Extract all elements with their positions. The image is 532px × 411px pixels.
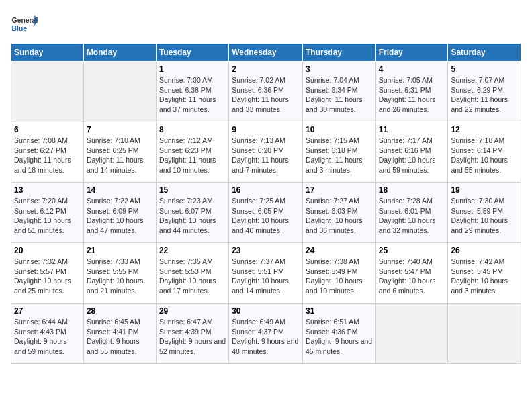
weekday-header-thursday: Thursday	[302, 44, 375, 62]
day-number: 30	[232, 306, 300, 316]
day-detail: Sunrise: 7:20 AM Sunset: 6:12 PM Dayligh…	[14, 196, 81, 236]
day-number: 28	[87, 306, 153, 316]
day-number: 2	[232, 64, 300, 74]
day-number: 16	[232, 185, 300, 195]
calendar-cell	[11, 62, 84, 122]
calendar-cell	[83, 62, 156, 122]
calendar-cell: 31Sunrise: 6:51 AM Sunset: 4:36 PM Dayli…	[302, 304, 375, 364]
calendar-cell	[375, 304, 448, 364]
calendar-cell: 14Sunrise: 7:22 AM Sunset: 6:09 PM Dayli…	[83, 183, 156, 243]
calendar-cell: 1Sunrise: 7:00 AM Sunset: 6:38 PM Daylig…	[156, 62, 228, 122]
day-number: 24	[306, 246, 373, 255]
calendar-cell: 25Sunrise: 7:40 AM Sunset: 5:47 PM Dayli…	[375, 243, 448, 304]
calendar-cell: 22Sunrise: 7:35 AM Sunset: 5:53 PM Dayli…	[156, 243, 228, 304]
day-detail: Sunrise: 7:23 AM Sunset: 6:07 PM Dayligh…	[159, 196, 226, 236]
day-detail: Sunrise: 6:47 AM Sunset: 4:39 PM Dayligh…	[159, 317, 226, 357]
calendar-cell: 20Sunrise: 7:32 AM Sunset: 5:57 PM Dayli…	[11, 243, 84, 304]
day-number: 31	[306, 306, 373, 316]
day-detail: Sunrise: 6:45 AM Sunset: 4:41 PM Dayligh…	[87, 317, 153, 357]
day-number: 6	[14, 125, 81, 134]
day-number: 4	[379, 64, 445, 74]
day-detail: Sunrise: 7:30 AM Sunset: 5:59 PM Dayligh…	[451, 196, 518, 236]
day-number: 25	[379, 246, 445, 255]
calendar-cell: 24Sunrise: 7:38 AM Sunset: 5:49 PM Dayli…	[302, 243, 375, 304]
day-detail: Sunrise: 7:40 AM Sunset: 5:47 PM Dayligh…	[379, 257, 445, 296]
calendar-cell: 19Sunrise: 7:30 AM Sunset: 5:59 PM Dayli…	[448, 183, 521, 243]
day-detail: Sunrise: 7:38 AM Sunset: 5:49 PM Dayligh…	[306, 257, 373, 296]
day-detail: Sunrise: 7:33 AM Sunset: 5:55 PM Dayligh…	[87, 257, 153, 296]
week-row-3: 13Sunrise: 7:20 AM Sunset: 6:12 PM Dayli…	[11, 183, 521, 243]
day-number: 10	[306, 125, 373, 134]
day-number: 29	[159, 306, 226, 316]
day-detail: Sunrise: 7:15 AM Sunset: 6:18 PM Dayligh…	[306, 136, 373, 175]
day-number: 19	[451, 185, 518, 195]
day-number: 14	[87, 185, 153, 195]
calendar-cell: 21Sunrise: 7:33 AM Sunset: 5:55 PM Dayli…	[83, 243, 156, 304]
day-detail: Sunrise: 7:04 AM Sunset: 6:34 PM Dayligh…	[306, 75, 373, 115]
day-number: 18	[379, 185, 445, 195]
calendar-cell: 15Sunrise: 7:23 AM Sunset: 6:07 PM Dayli…	[156, 183, 228, 243]
calendar-cell: 3Sunrise: 7:04 AM Sunset: 6:34 PM Daylig…	[302, 62, 375, 122]
day-detail: Sunrise: 7:28 AM Sunset: 6:01 PM Dayligh…	[379, 196, 445, 236]
calendar-cell: 29Sunrise: 6:47 AM Sunset: 4:39 PM Dayli…	[156, 304, 228, 364]
calendar-cell: 18Sunrise: 7:28 AM Sunset: 6:01 PM Dayli…	[375, 183, 448, 243]
weekday-header-wednesday: Wednesday	[229, 44, 303, 62]
day-number: 11	[379, 125, 445, 134]
calendar-cell	[448, 304, 521, 364]
calendar-cell: 27Sunrise: 6:44 AM Sunset: 4:43 PM Dayli…	[11, 304, 84, 364]
day-detail: Sunrise: 7:00 AM Sunset: 6:38 PM Dayligh…	[159, 75, 226, 115]
day-number: 15	[159, 185, 226, 195]
weekday-header-monday: Monday	[83, 44, 156, 62]
calendar-cell: 10Sunrise: 7:15 AM Sunset: 6:18 PM Dayli…	[302, 122, 375, 183]
day-detail: Sunrise: 7:37 AM Sunset: 5:51 PM Dayligh…	[232, 257, 300, 296]
calendar-cell: 2Sunrise: 7:02 AM Sunset: 6:36 PM Daylig…	[229, 62, 303, 122]
day-detail: Sunrise: 7:25 AM Sunset: 6:05 PM Dayligh…	[232, 196, 300, 236]
day-number: 17	[306, 185, 373, 195]
day-number: 20	[14, 246, 81, 255]
week-row-4: 20Sunrise: 7:32 AM Sunset: 5:57 PM Dayli…	[11, 243, 521, 304]
calendar-cell: 26Sunrise: 7:42 AM Sunset: 5:45 PM Dayli…	[448, 243, 521, 304]
calendar-table: SundayMondayTuesdayWednesdayThursdayFrid…	[11, 43, 521, 364]
calendar-cell: 11Sunrise: 7:17 AM Sunset: 6:16 PM Dayli…	[375, 122, 448, 183]
day-detail: Sunrise: 6:51 AM Sunset: 4:36 PM Dayligh…	[306, 317, 373, 357]
day-detail: Sunrise: 7:32 AM Sunset: 5:57 PM Dayligh…	[14, 257, 81, 296]
day-number: 8	[159, 125, 226, 134]
day-number: 3	[306, 64, 373, 74]
calendar-cell: 8Sunrise: 7:12 AM Sunset: 6:23 PM Daylig…	[156, 122, 228, 183]
calendar-cell: 30Sunrise: 6:49 AM Sunset: 4:37 PM Dayli…	[229, 304, 303, 364]
day-detail: Sunrise: 7:07 AM Sunset: 6:29 PM Dayligh…	[451, 75, 518, 115]
svg-text:General: General	[12, 17, 38, 24]
day-detail: Sunrise: 7:17 AM Sunset: 6:16 PM Dayligh…	[379, 136, 445, 175]
day-detail: Sunrise: 6:44 AM Sunset: 4:43 PM Dayligh…	[14, 317, 81, 357]
calendar-cell: 5Sunrise: 7:07 AM Sunset: 6:29 PM Daylig…	[448, 62, 521, 122]
calendar-cell: 13Sunrise: 7:20 AM Sunset: 6:12 PM Dayli…	[11, 183, 84, 243]
day-detail: Sunrise: 7:22 AM Sunset: 6:09 PM Dayligh…	[87, 196, 153, 236]
day-detail: Sunrise: 7:08 AM Sunset: 6:27 PM Dayligh…	[14, 136, 81, 175]
weekday-header-sunday: Sunday	[11, 44, 84, 62]
weekday-header-friday: Friday	[375, 44, 448, 62]
day-detail: Sunrise: 7:10 AM Sunset: 6:25 PM Dayligh…	[87, 136, 153, 175]
day-detail: Sunrise: 7:02 AM Sunset: 6:36 PM Dayligh…	[232, 75, 300, 115]
day-detail: Sunrise: 7:05 AM Sunset: 6:31 PM Dayligh…	[379, 75, 445, 115]
calendar-cell: 17Sunrise: 7:27 AM Sunset: 6:03 PM Dayli…	[302, 183, 375, 243]
calendar-cell: 9Sunrise: 7:13 AM Sunset: 6:20 PM Daylig…	[229, 122, 303, 183]
logo: General Blue	[11, 11, 40, 38]
day-number: 1	[159, 64, 226, 74]
calendar-cell: 12Sunrise: 7:18 AM Sunset: 6:14 PM Dayli…	[448, 122, 521, 183]
day-number: 7	[87, 125, 153, 134]
day-number: 5	[451, 64, 518, 74]
day-detail: Sunrise: 7:27 AM Sunset: 6:03 PM Dayligh…	[306, 196, 373, 236]
day-number: 12	[451, 125, 518, 134]
calendar-cell: 4Sunrise: 7:05 AM Sunset: 6:31 PM Daylig…	[375, 62, 448, 122]
day-detail: Sunrise: 7:13 AM Sunset: 6:20 PM Dayligh…	[232, 136, 300, 175]
day-number: 22	[159, 246, 226, 255]
day-detail: Sunrise: 6:49 AM Sunset: 4:37 PM Dayligh…	[232, 317, 300, 357]
week-row-1: 1Sunrise: 7:00 AM Sunset: 6:38 PM Daylig…	[11, 62, 521, 122]
day-detail: Sunrise: 7:35 AM Sunset: 5:53 PM Dayligh…	[159, 257, 226, 296]
week-row-5: 27Sunrise: 6:44 AM Sunset: 4:43 PM Dayli…	[11, 304, 521, 364]
calendar-cell: 16Sunrise: 7:25 AM Sunset: 6:05 PM Dayli…	[229, 183, 303, 243]
day-detail: Sunrise: 7:18 AM Sunset: 6:14 PM Dayligh…	[451, 136, 518, 175]
calendar-cell: 7Sunrise: 7:10 AM Sunset: 6:25 PM Daylig…	[83, 122, 156, 183]
day-detail: Sunrise: 7:12 AM Sunset: 6:23 PM Dayligh…	[159, 136, 226, 175]
day-number: 13	[14, 185, 81, 195]
